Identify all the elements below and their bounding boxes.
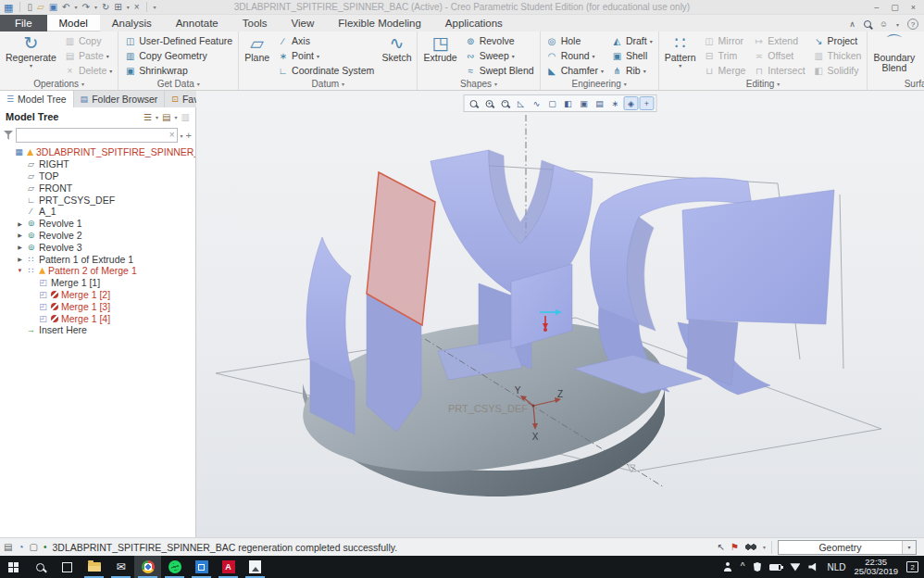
round-button[interactable]: ◠ Round ▾ [543,48,606,63]
datum-display-button[interactable]: ∗ [608,96,623,110]
sketch-button[interactable]: ∿ Sketch [379,32,414,64]
select-items-icon[interactable]: ↖ [718,542,725,552]
windows-button[interactable]: ⊞ [114,1,121,14]
language-indicator[interactable]: NLD [827,562,845,572]
expand-icon[interactable]: ▶ [17,220,23,227]
tree-item-merge-1-2[interactable]: ◰ Merge 1 [2] [0,289,195,301]
sweep-button[interactable]: ∾ Sweep ▾ [462,48,537,63]
tree-item-top-plane[interactable]: ▱ TOP [0,170,195,182]
spotify-button[interactable] [161,556,188,578]
start-button[interactable] [0,556,27,578]
pattern-button[interactable]: ∷ Pattern ▾ [662,32,699,69]
tree-filter-input[interactable]: × [16,128,178,143]
group-label-operations[interactable]: Operations▾ [3,78,115,90]
annotation-display-button[interactable]: ◈ [624,96,639,110]
display-style-2-button[interactable]: ◧ [561,96,576,110]
restore-button[interactable]: ▢ [891,3,899,12]
expand-icon[interactable]: ▶ [17,256,23,262]
shell-button[interactable]: ▣ Shell [608,48,656,63]
failed-features-flag-icon[interactable]: ⚑ [730,542,739,552]
tree-item-merge-1-4[interactable]: ◰ Merge 1 [4] [0,312,195,324]
creo-app-icon[interactable]: ▦ [4,1,13,14]
view-manager-button[interactable]: ▤ [593,96,607,110]
style-button[interactable]: ◠ Style [919,48,924,63]
blade-right-panel-band[interactable] [687,320,738,385]
copy-button[interactable]: ▥ Copy [61,33,115,48]
expand-icon[interactable]: ▶ [17,232,23,238]
tree-settings-dropdown[interactable]: ▾ [175,114,178,120]
tab-annotate[interactable]: Annotate [164,15,231,31]
close-window-button[interactable]: × [134,1,140,14]
draft-button[interactable]: ◭ Draft ▾ [608,33,656,48]
group-label-shapes[interactable]: Shapes▾ [420,78,536,90]
tree-item-part-root[interactable]: ▦ 3DLABPRINT_SPITFIRE_SPINNER_BAC.PRT [0,146,195,158]
browser-toggle-icon[interactable]: ◔ [18,542,23,552]
shrinkwrap-button[interactable]: ▣ Shrinkwrap [121,63,235,78]
find-dropdown[interactable]: ▾ [763,544,766,550]
merge-button[interactable]: ⊔ Merge [701,63,749,78]
regenerate-quick-button[interactable]: ↻ [102,1,109,14]
tab-folder-browser[interactable]: ▤ Folder Browser [74,91,166,107]
mirror-button[interactable]: ◫ Mirror [701,33,749,48]
zoom-out-button[interactable]: − [498,96,513,110]
group-label-datum[interactable]: Datum▾ [242,78,414,90]
feedback-dropdown[interactable]: ▾ [896,21,899,28]
filter-add-icon[interactable]: + [186,130,192,141]
tree-item-insert-here[interactable]: → Insert Here [0,324,195,336]
tree-item-axis-a1[interactable]: ∕ A_1 [0,206,195,218]
group-label-get-data[interactable]: Get Data▾ [121,78,235,90]
security-icon[interactable] [753,562,761,572]
tab-model[interactable]: Model [47,15,100,31]
zoom-window-button[interactable] [467,96,481,110]
regenerate-button[interactable]: ↻ Regenerate ▾ [3,32,59,69]
extrude-button[interactable]: ◳ Extrude [420,32,459,64]
tree-item-revolve-2[interactable]: ▶ ⊚ Revolve 2 [0,230,195,242]
clock[interactable]: 22:35 25/03/2019 [854,558,898,577]
navigator-toggle-icon[interactable]: ▤ [4,542,12,552]
redo-button[interactable]: ↷ [81,1,89,14]
tab-tools[interactable]: Tools [231,15,280,31]
tree-item-csys[interactable]: ∟ PRT_CSYS_DEF [0,194,195,206]
mail-button[interactable]: ✉ [107,556,134,578]
group-label-editing[interactable]: Editing▾ [662,78,865,90]
selection-filter-dropdown[interactable]: ▾ [902,541,916,554]
tab-flexible-modeling[interactable]: Flexible Modeling [326,15,433,31]
tree-item-revolve-1[interactable]: ▶ ⊚ Revolve 1 [0,218,195,230]
feedback-icon[interactable]: ☺ [880,19,888,29]
chamfer-button[interactable]: ◣ Chamfer ▾ [543,63,606,78]
axis-button[interactable]: ∕ Axis [274,33,377,48]
windows-dropdown[interactable]: ▾ [127,4,130,10]
qat-customize-dropdown[interactable]: ▾ [154,4,156,10]
coordinate-system-button[interactable]: ∟ Coordinate System [274,63,377,78]
network-icon[interactable] [790,563,800,572]
boundary-blend-button[interactable]: ⌒ Boundary Blend [870,32,918,74]
selection-filter-select[interactable]: Geometry ▾ [778,540,917,555]
point-button[interactable]: ∗ Point ▾ [274,48,377,63]
fill-button[interactable]: ▢ Fill [919,33,924,48]
extend-button[interactable]: ↦ Extend [750,33,807,48]
tree-item-front-plane[interactable]: ▱ FRONT [0,182,195,194]
3d-model-canvas[interactable]: PRT_CSYS_DEF Y Z X [196,91,924,537]
saved-orientations-button[interactable]: ▣ [577,96,592,110]
task-view-button[interactable] [54,556,81,578]
group-label-surfaces[interactable]: Surfaces▾ [870,78,924,90]
group-label-engineering[interactable]: Engineering▾ [543,78,656,90]
plane-button[interactable]: ▱ Plane [242,32,272,64]
acrobat-button[interactable]: A [215,556,242,578]
trim-button[interactable]: ⊟ Trim [701,48,749,63]
shading-button[interactable]: ∿ [530,96,544,110]
file-explorer-button[interactable] [81,556,107,578]
tab-view[interactable]: View [280,15,327,31]
redo-dropdown[interactable]: ▾ [94,4,97,10]
search-icon[interactable] [864,20,871,28]
close-button[interactable]: × [911,3,916,12]
tree-filters-dropdown[interactable]: ▾ [156,114,158,120]
save-button[interactable]: ▣ [49,1,57,14]
minimize-button[interactable]: – [874,3,879,12]
paste-button[interactable]: ▤ Paste ▾ [61,48,115,63]
copy-geometry-button[interactable]: ▥ Copy Geometry [121,48,235,63]
zoom-in-button[interactable]: + [482,96,497,110]
blade-left-crescent[interactable] [306,237,355,383]
undo-button[interactable]: ↶ [62,1,69,14]
find-icon[interactable] [744,543,757,551]
